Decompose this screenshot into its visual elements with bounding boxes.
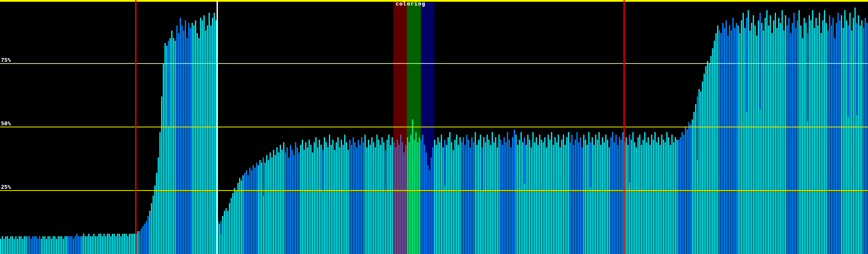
histogram-bar bbox=[78, 236, 79, 254]
histogram-bar bbox=[161, 97, 162, 254]
histogram-bar bbox=[51, 239, 52, 254]
histogram-bar bbox=[151, 203, 152, 254]
histogram-bar bbox=[822, 20, 823, 254]
histogram-bar bbox=[249, 168, 250, 254]
histogram-bar bbox=[398, 145, 400, 254]
histogram-bar bbox=[110, 236, 111, 254]
histogram-bar bbox=[788, 18, 790, 254]
histogram-bar bbox=[251, 170, 252, 254]
histogram-bar bbox=[354, 142, 356, 254]
axis-label-25: 25% bbox=[1, 184, 11, 190]
histogram-bar bbox=[124, 234, 125, 254]
histogram-bar bbox=[851, 30, 852, 254]
histogram-bar bbox=[524, 184, 525, 254]
histogram-bar bbox=[782, 10, 783, 254]
histogram-bar bbox=[527, 135, 529, 254]
histogram-bar bbox=[120, 236, 122, 254]
histogram-bar bbox=[812, 10, 813, 254]
histogram-bar bbox=[758, 20, 759, 254]
histogram-bar bbox=[682, 132, 683, 254]
histogram-bar bbox=[268, 160, 269, 254]
histogram-bar bbox=[237, 183, 239, 254]
histogram-bar bbox=[793, 13, 795, 254]
histogram-bar bbox=[125, 234, 127, 254]
histogram-bar-tip bbox=[848, 25, 849, 117]
histogram-bar bbox=[826, 23, 827, 254]
histogram-bar bbox=[287, 147, 288, 254]
histogram-bar bbox=[381, 137, 383, 254]
histogram-bar bbox=[526, 145, 527, 254]
histogram-bar bbox=[115, 236, 117, 254]
histogram-bar bbox=[205, 30, 206, 254]
histogram-bar bbox=[246, 170, 247, 254]
red-marker-2 bbox=[623, 0, 625, 254]
histogram-bar bbox=[198, 38, 200, 254]
histogram-bar bbox=[315, 137, 317, 254]
histogram-bar bbox=[378, 140, 379, 254]
histogram-bar bbox=[837, 13, 839, 254]
histogram-bar bbox=[47, 236, 49, 254]
histogram-bar bbox=[641, 145, 642, 254]
histogram-bar bbox=[744, 28, 746, 254]
histogram-bar bbox=[846, 20, 847, 254]
histogram-bar bbox=[863, 28, 864, 254]
histogram-bar bbox=[426, 152, 427, 254]
histogram-bar bbox=[776, 28, 778, 254]
histogram-bar bbox=[320, 145, 322, 254]
gridline bbox=[0, 190, 868, 191]
histogram-bar bbox=[402, 142, 403, 254]
histogram-bar bbox=[61, 236, 62, 254]
histogram-bar bbox=[739, 33, 740, 254]
histogram-bar-tip bbox=[746, 18, 747, 112]
histogram-bar bbox=[339, 147, 340, 254]
histogram-bar bbox=[651, 135, 652, 254]
histogram-bar bbox=[337, 137, 339, 254]
histogram-bar bbox=[536, 137, 537, 254]
histogram-bar bbox=[248, 175, 249, 254]
histogram-bar bbox=[849, 13, 851, 254]
histogram-bar bbox=[797, 20, 798, 254]
histogram-bar bbox=[824, 10, 825, 254]
histogram-bar bbox=[648, 137, 649, 254]
histogram-bar bbox=[692, 119, 693, 254]
histogram-bar bbox=[414, 140, 415, 254]
histogram-bar bbox=[712, 48, 713, 254]
histogram-bar bbox=[493, 142, 495, 254]
histogram-bar bbox=[585, 140, 586, 254]
histogram-bar bbox=[741, 20, 742, 254]
histogram-bar bbox=[815, 18, 817, 254]
histogram-bar bbox=[654, 132, 656, 254]
histogram-bar bbox=[668, 137, 669, 254]
histogram-bar bbox=[534, 142, 535, 254]
histogram-bar bbox=[717, 25, 718, 254]
histogram-bar bbox=[397, 140, 398, 254]
histogram-bar bbox=[66, 236, 67, 254]
histogram-bar bbox=[609, 147, 610, 254]
histogram-bar bbox=[570, 142, 571, 254]
histogram-bar bbox=[164, 43, 166, 254]
histogram-bar bbox=[427, 165, 428, 254]
histogram-bar bbox=[666, 132, 668, 254]
histogram-bar bbox=[466, 135, 467, 254]
histogram-bar bbox=[502, 145, 503, 254]
histogram-bar bbox=[175, 41, 176, 254]
histogram-bar bbox=[8, 239, 10, 254]
histogram-bar bbox=[632, 132, 634, 254]
histogram-bar bbox=[68, 236, 69, 254]
histogram-bar bbox=[704, 74, 705, 254]
histogram-bar bbox=[278, 152, 279, 254]
histogram-bar bbox=[317, 147, 318, 254]
histogram-bar bbox=[349, 140, 351, 254]
histogram-bar bbox=[858, 15, 859, 254]
histogram-bar bbox=[229, 203, 230, 254]
histogram-bar bbox=[188, 23, 189, 254]
histogram-bar bbox=[36, 236, 37, 254]
histogram-bar bbox=[46, 239, 47, 254]
histogram-bar bbox=[346, 142, 347, 254]
histogram-bar bbox=[31, 239, 32, 254]
histogram-bar bbox=[275, 155, 276, 254]
histogram-bar bbox=[281, 150, 283, 254]
histogram-bar bbox=[446, 145, 447, 254]
histogram-bar bbox=[314, 142, 315, 254]
histogram-bar bbox=[139, 231, 140, 254]
